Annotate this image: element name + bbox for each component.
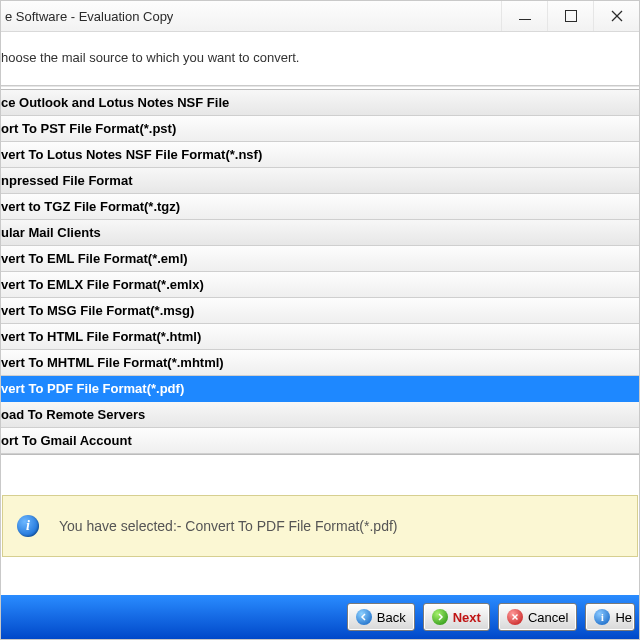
option-item[interactable]: vert To EML File Format(*.eml) [1, 246, 639, 272]
option-item[interactable]: ort To Gmail Account [1, 428, 639, 454]
option-item[interactable]: vert to TGZ File Format(*.tgz) [1, 194, 639, 220]
option-group-header: npressed File Format [1, 168, 639, 194]
window-title: e Software - Evaluation Copy [5, 9, 173, 24]
separator [1, 85, 639, 87]
back-button[interactable]: Back [347, 603, 415, 631]
info-text: You have selected:- Convert To PDF File … [59, 518, 397, 534]
window-controls [501, 1, 639, 31]
option-item[interactable]: vert To EMLX File Format(*.emlx) [1, 272, 639, 298]
instruction-text: hoose the mail source to which you want … [1, 50, 299, 65]
maximize-button[interactable] [547, 1, 593, 31]
close-button[interactable] [593, 1, 639, 31]
option-list: ce Outlook and Lotus Notes NSF Fileort T… [1, 89, 639, 455]
help-button-label: He [615, 610, 632, 625]
titlebar: e Software - Evaluation Copy [1, 1, 639, 32]
help-icon: i [594, 609, 610, 625]
option-item[interactable]: ort To PST File Format(*.pst) [1, 116, 639, 142]
next-button-label: Next [453, 610, 481, 625]
close-icon [611, 10, 623, 22]
cancel-button[interactable]: Cancel [498, 603, 577, 631]
arrow-right-icon [432, 609, 448, 625]
option-group-header: ular Mail Clients [1, 220, 639, 246]
option-item[interactable]: vert To MSG File Format(*.msg) [1, 298, 639, 324]
info-box: i You have selected:- Convert To PDF Fil… [2, 495, 638, 557]
cancel-button-label: Cancel [528, 610, 568, 625]
instructions: hoose the mail source to which you want … [1, 32, 639, 85]
maximize-icon [565, 10, 577, 22]
app-window: e Software - Evaluation Copy hoose the m… [0, 0, 640, 640]
option-group-header: ce Outlook and Lotus Notes NSF File [1, 90, 639, 116]
info-icon: i [17, 515, 39, 537]
option-item[interactable]: vert To PDF File Format(*.pdf) [1, 376, 639, 402]
arrow-left-icon [356, 609, 372, 625]
minimize-icon [519, 19, 531, 20]
cancel-icon [507, 609, 523, 625]
back-button-label: Back [377, 610, 406, 625]
next-button[interactable]: Next [423, 603, 490, 631]
help-button[interactable]: i He [585, 603, 635, 631]
footer-bar: Back Next Cancel i He [1, 595, 639, 639]
option-item[interactable]: vert To MHTML File Format(*.mhtml) [1, 350, 639, 376]
option-item[interactable]: vert To Lotus Notes NSF File Format(*.ns… [1, 142, 639, 168]
minimize-button[interactable] [501, 1, 547, 31]
option-item[interactable]: vert To HTML File Format(*.html) [1, 324, 639, 350]
option-group-header: oad To Remote Servers [1, 402, 639, 428]
